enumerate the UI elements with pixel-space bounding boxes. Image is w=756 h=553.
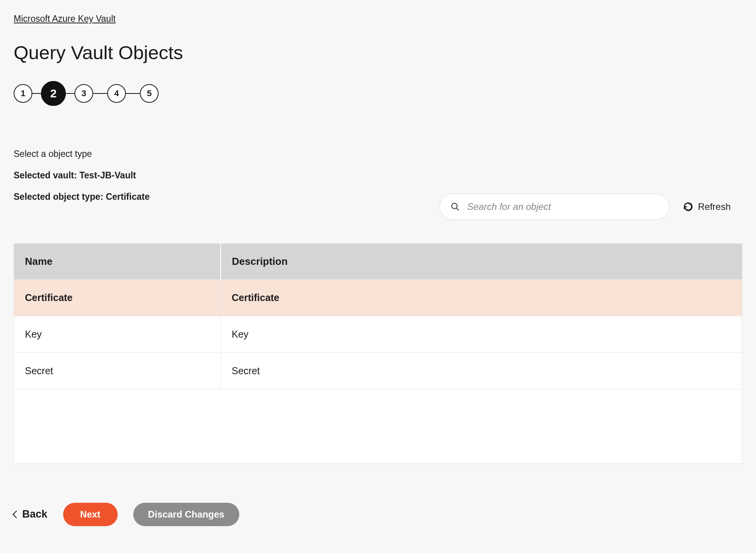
wizard-stepper: 1 2 3 4 5	[14, 81, 742, 106]
next-button[interactable]: Next	[63, 503, 118, 526]
table-cell-name: Key	[14, 316, 221, 353]
step-connector	[32, 93, 41, 94]
table-cell-description: Certificate	[221, 280, 742, 316]
back-label: Back	[22, 508, 48, 520]
search-icon	[450, 202, 460, 211]
step-1[interactable]: 1	[14, 84, 32, 103]
table-cell-description: Key	[221, 316, 742, 353]
step-5[interactable]: 5	[140, 84, 159, 103]
svg-line-1	[456, 208, 459, 211]
table-header-description: Description	[221, 244, 742, 280]
step-4[interactable]: 4	[107, 84, 126, 103]
step-connector	[93, 93, 107, 94]
object-type-table: Name Description Certificate Certificate…	[14, 243, 742, 464]
back-button[interactable]: Back	[14, 508, 48, 520]
table-header-name: Name	[14, 244, 221, 280]
chevron-left-icon	[12, 511, 20, 518]
footer-actions: Back Next Discard Changes	[14, 503, 742, 526]
svg-point-0	[452, 203, 457, 209]
step-connector	[126, 93, 140, 94]
table-row[interactable]: Secret Secret	[14, 353, 742, 389]
page-title: Query Vault Objects	[14, 42, 742, 63]
refresh-label: Refresh	[698, 201, 731, 212]
table-header-row: Name Description	[14, 244, 742, 280]
search-wrapper	[440, 194, 669, 220]
discard-button[interactable]: Discard Changes	[133, 503, 239, 526]
table-cell-description: Secret	[221, 353, 742, 389]
step-connector	[66, 93, 74, 94]
breadcrumb-link[interactable]: Microsoft Azure Key Vault	[14, 14, 116, 24]
refresh-icon	[683, 202, 693, 212]
refresh-button[interactable]: Refresh	[683, 201, 731, 212]
selected-vault-text: Selected vault: Test-JB-Vault	[14, 170, 742, 181]
table-cell-name: Secret	[14, 353, 221, 389]
table-row[interactable]: Certificate Certificate	[14, 280, 742, 316]
table-cell-name: Certificate	[14, 280, 221, 316]
step-2[interactable]: 2	[41, 81, 66, 106]
search-input[interactable]	[440, 194, 669, 220]
instruction-text: Select a object type	[14, 149, 742, 159]
step-3[interactable]: 3	[74, 84, 93, 103]
table-row[interactable]: Key Key	[14, 316, 742, 353]
table-empty-row	[14, 389, 742, 463]
